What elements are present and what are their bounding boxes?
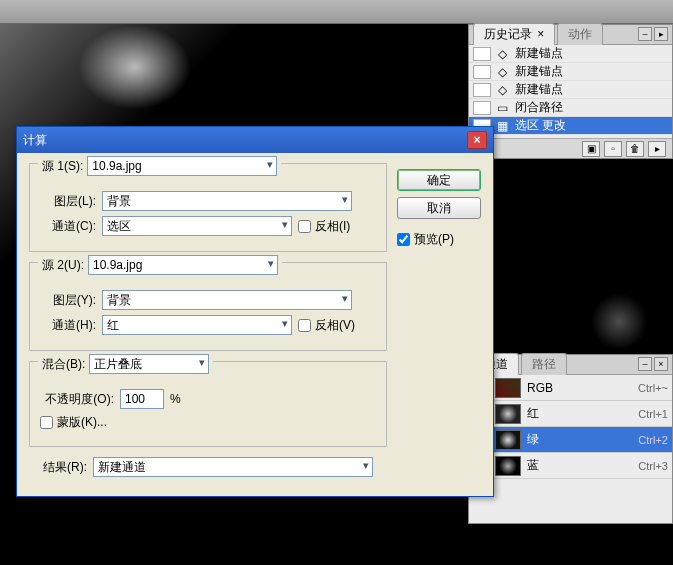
panel-menu-icon[interactable]: ▸ — [648, 141, 666, 157]
selection-icon: ▦ — [495, 119, 509, 133]
source2-layer-select[interactable]: 背景 — [102, 290, 352, 310]
history-panel: 历史记录 × 动作 – ▸ ◇ 新建锚点 ◇ 新建锚点 ◇ 新建锚点 ▭ 闭合路… — [468, 24, 673, 159]
history-item[interactable]: ◇ 新建锚点 — [469, 81, 672, 99]
history-item-label: 闭合路径 — [515, 99, 563, 116]
preview-input[interactable] — [397, 233, 410, 246]
tab-history-close[interactable]: × — [537, 27, 544, 41]
history-item-label: 新建锚点 — [515, 81, 563, 98]
channel-shortcut: Ctrl+3 — [638, 460, 668, 472]
panel-minimize-icon[interactable]: – — [638, 357, 652, 371]
channels-panel: 通道 路径 – × RGB Ctrl+~ 红 Ctrl+1 绿 Ctrl+2 — [468, 354, 673, 524]
source1-file-select[interactable]: 10.9a.jpg — [87, 156, 277, 176]
app-toolbar — [0, 0, 673, 24]
source1-channel-select[interactable]: 选区 — [102, 216, 292, 236]
opacity-label: 不透明度(O): — [40, 391, 114, 408]
history-list: ◇ 新建锚点 ◇ 新建锚点 ◇ 新建锚点 ▭ 闭合路径 ▦ 选区 更改 — [469, 45, 672, 135]
result-label: 结果(R): — [29, 459, 87, 476]
tab-actions[interactable]: 动作 — [557, 23, 603, 45]
anchor-icon: ◇ — [495, 65, 509, 79]
blend-mode-select[interactable]: 正片叠底 — [89, 354, 209, 374]
source2-file-select[interactable]: 10.9a.jpg — [88, 255, 278, 275]
history-item-label: 新建锚点 — [515, 63, 563, 80]
tab-history[interactable]: 历史记录 × — [473, 23, 555, 45]
channel-shortcut: Ctrl+2 — [638, 434, 668, 446]
blend-label: 混合(B): — [42, 356, 85, 373]
panel-close-icon[interactable]: × — [654, 357, 668, 371]
history-item[interactable]: ◇ 新建锚点 — [469, 45, 672, 63]
dialog-title-text: 计算 — [23, 132, 47, 149]
ok-button[interactable]: 确定 — [397, 169, 481, 191]
source1-invert-input[interactable] — [298, 220, 311, 233]
tab-history-label: 历史记录 — [484, 27, 532, 41]
anchor-icon: ◇ — [495, 47, 509, 61]
channel-shortcut: Ctrl+~ — [638, 382, 668, 394]
channel-name: 蓝 — [527, 457, 638, 474]
mask-checkbox[interactable]: 蒙版(K)... — [40, 414, 107, 431]
trash-icon[interactable]: 🗑 — [626, 141, 644, 157]
channel-shortcut: Ctrl+1 — [638, 408, 668, 420]
source2-label: 源 2(U): — [42, 257, 84, 274]
source2-layer-label: 图层(Y): — [40, 292, 96, 309]
history-visibility-box[interactable] — [473, 83, 491, 97]
new-document-icon[interactable]: ▫ — [604, 141, 622, 157]
channels-list: RGB Ctrl+~ 红 Ctrl+1 绿 Ctrl+2 蓝 Ctrl+3 — [469, 375, 672, 479]
source2-channel-label: 通道(H): — [40, 317, 96, 334]
history-visibility-box[interactable] — [473, 47, 491, 61]
dialog-body: 源 1(S): 10.9a.jpg 图层(L): 背景 通道(C): 选区 反相… — [17, 153, 493, 496]
channel-row-rgb[interactable]: RGB Ctrl+~ — [469, 375, 672, 401]
dialog-close-button[interactable]: × — [467, 131, 487, 149]
source2-invert-input[interactable] — [298, 319, 311, 332]
source1-group: 源 1(S): 10.9a.jpg 图层(L): 背景 通道(C): 选区 反相… — [29, 163, 387, 252]
history-visibility-box[interactable] — [473, 101, 491, 115]
channel-thumbnail — [495, 404, 521, 424]
source1-layer-select[interactable]: 背景 — [102, 191, 352, 211]
channel-name: 绿 — [527, 431, 638, 448]
channel-thumbnail — [495, 430, 521, 450]
close-path-icon: ▭ — [495, 101, 509, 115]
dialog-titlebar[interactable]: 计算 × — [17, 127, 493, 153]
panel-menu-icon[interactable]: ▸ — [654, 27, 668, 41]
channel-row-green[interactable]: 绿 Ctrl+2 — [469, 427, 672, 453]
channel-thumbnail — [495, 456, 521, 476]
cancel-button[interactable]: 取消 — [397, 197, 481, 219]
source2-invert-checkbox[interactable]: 反相(V) — [298, 317, 355, 334]
source1-invert-checkbox[interactable]: 反相(I) — [298, 218, 350, 235]
channel-name: RGB — [527, 381, 638, 395]
preview-checkbox[interactable]: 预览(P) — [397, 231, 481, 248]
source1-label: 源 1(S): — [42, 158, 83, 175]
channels-panel-tabs: 通道 路径 – × — [469, 355, 672, 375]
source1-invert-label: 反相(I) — [315, 218, 350, 235]
channel-thumbnail — [495, 378, 521, 398]
history-item-label: 选区 更改 — [515, 117, 566, 134]
opacity-input[interactable] — [120, 389, 164, 409]
source1-channel-label: 通道(C): — [40, 218, 96, 235]
new-snapshot-icon[interactable]: ▣ — [582, 141, 600, 157]
history-item[interactable]: ▦ 选区 更改 — [469, 117, 672, 135]
tab-paths[interactable]: 路径 — [521, 353, 567, 375]
calculations-dialog: 计算 × 源 1(S): 10.9a.jpg 图层(L): 背景 通道(C): … — [16, 126, 494, 497]
source2-group: 源 2(U): 10.9a.jpg 图层(Y): 背景 通道(H): 红 反相(… — [29, 262, 387, 351]
history-item[interactable]: ▭ 闭合路径 — [469, 99, 672, 117]
ok-button-label: 确定 — [427, 172, 451, 189]
preview-label: 预览(P) — [414, 231, 454, 248]
channel-name: 红 — [527, 405, 638, 422]
channel-row-blue[interactable]: 蓝 Ctrl+3 — [469, 453, 672, 479]
history-visibility-box[interactable] — [473, 65, 491, 79]
source2-channel-select[interactable]: 红 — [102, 315, 292, 335]
cancel-button-label: 取消 — [427, 200, 451, 217]
history-item[interactable]: ◇ 新建锚点 — [469, 63, 672, 81]
anchor-icon: ◇ — [495, 83, 509, 97]
mask-input[interactable] — [40, 416, 53, 429]
mask-label: 蒙版(K)... — [57, 414, 107, 431]
blend-group: 混合(B): 正片叠底 不透明度(O): % 蒙版(K)... — [29, 361, 387, 447]
channel-row-red[interactable]: 红 Ctrl+1 — [469, 401, 672, 427]
panel-minimize-icon[interactable]: – — [638, 27, 652, 41]
history-panel-tabs: 历史记录 × 动作 – ▸ — [469, 25, 672, 45]
source2-invert-label: 反相(V) — [315, 317, 355, 334]
history-item-label: 新建锚点 — [515, 45, 563, 62]
history-panel-footer: ▣ ▫ 🗑 ▸ — [469, 138, 672, 158]
percent-label: % — [170, 392, 181, 406]
result-select[interactable]: 新建通道 — [93, 457, 373, 477]
source1-layer-label: 图层(L): — [40, 193, 96, 210]
